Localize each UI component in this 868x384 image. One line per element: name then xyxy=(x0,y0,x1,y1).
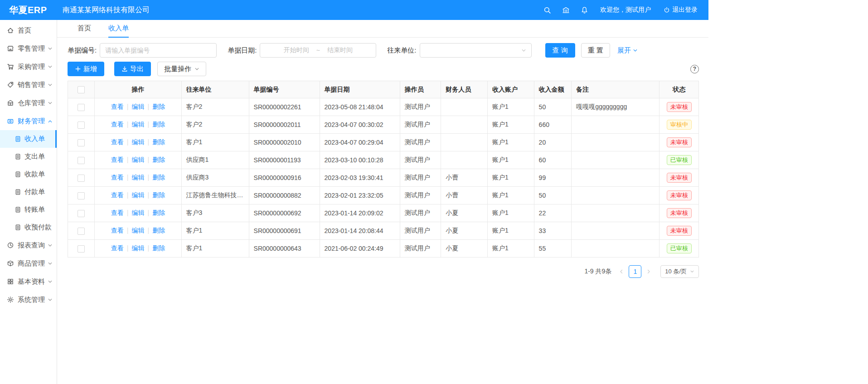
sidebar-item-report[interactable]: 报表查询 xyxy=(0,236,57,254)
column-header: 备注 xyxy=(572,81,659,98)
doc-no-input[interactable] xyxy=(100,43,217,58)
action-separator: | xyxy=(127,244,129,252)
search-button[interactable]: 查 询 xyxy=(545,43,575,58)
action-separator: | xyxy=(127,227,129,234)
sidebar-item-warehouse[interactable]: 仓库管理 xyxy=(0,94,57,112)
sidebar-item-home[interactable]: 首页 xyxy=(0,21,57,39)
doc-date-cell: 2023-04-07 00:29:04 xyxy=(320,134,400,151)
row-checkbox[interactable] xyxy=(78,104,85,111)
edit-link[interactable]: 编辑 xyxy=(131,209,144,216)
partner-cell: 江苏德鲁生物科技有限... xyxy=(181,187,249,204)
delete-link[interactable]: 删除 xyxy=(152,227,165,234)
partner-cell: 客户1 xyxy=(181,222,249,240)
edit-link[interactable]: 编辑 xyxy=(131,174,144,181)
action-separator: | xyxy=(127,209,129,216)
expand-link[interactable]: 展开 xyxy=(617,46,638,55)
delete-link[interactable]: 删除 xyxy=(152,121,165,128)
row-checkbox[interactable] xyxy=(78,210,85,217)
row-checkbox[interactable] xyxy=(78,228,85,235)
action-separator: | xyxy=(127,191,129,199)
view-link[interactable]: 查看 xyxy=(111,121,124,128)
partner-select[interactable] xyxy=(420,43,532,58)
sidebar-item-goods[interactable]: 商品管理 xyxy=(0,254,57,272)
delete-link[interactable]: 删除 xyxy=(152,244,165,252)
view-link[interactable]: 查看 xyxy=(111,191,124,199)
doc-date-label: 单据日期: xyxy=(228,46,257,55)
notification-bell-icon[interactable] xyxy=(581,6,588,14)
date-range-picker[interactable]: 开始时间 ~ 结束时间 xyxy=(260,43,376,58)
sidebar-item-label: 零售管理 xyxy=(18,44,45,53)
reset-button[interactable]: 重 置 xyxy=(581,43,610,58)
partner-cell: 客户2 xyxy=(181,116,249,134)
sidebar-item-retail[interactable]: 零售管理 xyxy=(0,39,57,58)
edit-link[interactable]: 编辑 xyxy=(131,244,144,252)
sidebar-item-basic[interactable]: 基本资料 xyxy=(0,272,57,291)
prev-page-icon[interactable] xyxy=(616,265,627,278)
search-icon[interactable] xyxy=(543,6,551,14)
view-link[interactable]: 查看 xyxy=(111,244,124,252)
edit-link[interactable]: 编辑 xyxy=(131,227,144,234)
select-all-checkbox[interactable] xyxy=(78,86,85,93)
current-page[interactable]: 1 xyxy=(629,265,641,278)
view-link[interactable]: 查看 xyxy=(111,209,124,216)
row-checkbox[interactable] xyxy=(78,157,85,164)
welcome-user[interactable]: 欢迎您，测试用户 xyxy=(600,6,651,14)
document-icon xyxy=(15,153,21,160)
document-icon xyxy=(15,189,21,195)
sidebar-item-label: 付款单 xyxy=(24,188,45,196)
sidebar-item-system[interactable]: 系统管理 xyxy=(0,291,57,309)
edit-link[interactable]: 编辑 xyxy=(131,103,144,110)
sidebar-item-transfer-order[interactable]: 转账单 xyxy=(0,201,57,219)
income-amount-cell: 33 xyxy=(534,222,572,240)
row-checkbox[interactable] xyxy=(78,122,85,129)
tab-income-order[interactable]: 收入单 xyxy=(108,20,129,38)
operator-cell: 测试用户 xyxy=(400,204,441,222)
next-page-icon[interactable] xyxy=(643,265,654,278)
platform-icon[interactable] xyxy=(562,6,570,14)
tab-home[interactable]: 首页 xyxy=(78,20,91,38)
edit-link[interactable]: 编辑 xyxy=(131,156,144,163)
delete-link[interactable]: 删除 xyxy=(152,209,165,216)
edit-link[interactable]: 编辑 xyxy=(131,191,144,199)
view-link[interactable]: 查看 xyxy=(111,227,124,234)
export-button[interactable]: 导出 xyxy=(114,62,151,76)
row-checkbox[interactable] xyxy=(78,245,85,253)
delete-link[interactable]: 删除 xyxy=(152,103,165,110)
delete-link[interactable]: 删除 xyxy=(152,191,165,199)
sidebar-item-payment-order[interactable]: 付款单 xyxy=(0,183,57,201)
view-link[interactable]: 查看 xyxy=(111,174,124,181)
batch-operations-button[interactable]: 批量操作 xyxy=(157,62,206,76)
edit-link[interactable]: 编辑 xyxy=(131,121,144,128)
date-end-placeholder: 结束时间 xyxy=(327,46,353,54)
help-icon[interactable]: ? xyxy=(690,65,699,73)
delete-link[interactable]: 删除 xyxy=(152,156,165,163)
remark-cell xyxy=(572,204,659,222)
view-link[interactable]: 查看 xyxy=(111,103,124,110)
delete-link[interactable]: 删除 xyxy=(152,138,165,146)
sidebar-item-income-order[interactable]: 收入单 xyxy=(0,130,57,148)
chevron-down-icon xyxy=(48,243,53,248)
sidebar-item-finance[interactable]: 财务管理 xyxy=(0,112,57,130)
download-icon xyxy=(121,66,128,72)
row-checkbox[interactable] xyxy=(78,175,85,182)
chevron-down-icon xyxy=(521,48,526,53)
logout-button[interactable]: 退出登录 xyxy=(664,6,698,14)
sidebar-item-receipt-order[interactable]: 收款单 xyxy=(0,165,57,183)
view-link[interactable]: 查看 xyxy=(111,138,124,146)
page-size-select[interactable]: 10 条/页 xyxy=(660,265,699,278)
delete-link[interactable]: 删除 xyxy=(152,174,165,181)
partner-cell: 客户1 xyxy=(181,240,249,258)
sidebar-item-advance-payment[interactable]: 收预付款 xyxy=(0,219,57,236)
view-link[interactable]: 查看 xyxy=(111,156,124,163)
row-checkbox[interactable] xyxy=(78,192,85,199)
chevron-down-icon xyxy=(690,269,694,274)
edit-link[interactable]: 编辑 xyxy=(131,138,144,146)
checkbox-cell xyxy=(68,240,95,258)
add-button[interactable]: 新增 xyxy=(68,62,104,76)
finance-staff-cell: 小夏 xyxy=(441,204,488,222)
sidebar-item-purchase[interactable]: 采购管理 xyxy=(0,58,57,76)
sidebar-item-sales[interactable]: 销售管理 xyxy=(0,76,57,94)
income-account-cell: 账户1 xyxy=(487,240,534,258)
row-checkbox[interactable] xyxy=(78,139,85,146)
sidebar-item-expense-order[interactable]: 支出单 xyxy=(0,148,57,165)
